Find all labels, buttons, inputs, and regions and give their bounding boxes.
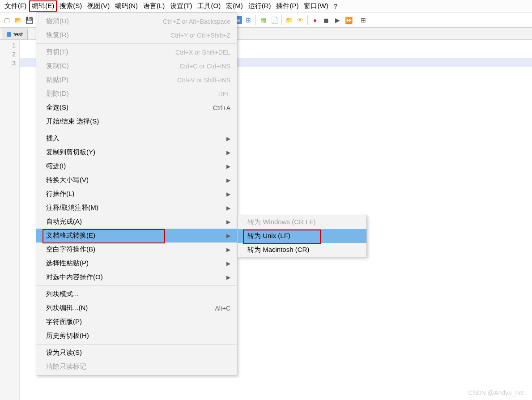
menu-item[interactable]: 开始/结束 选择(S)	[36, 115, 237, 128]
submenu-item-label: 转为 Windows (CR LF)	[247, 218, 316, 226]
menu-item-label: 历史剪切板(H)	[46, 332, 230, 340]
menu-item-accelerator: Alt+C	[215, 305, 230, 312]
menu-item[interactable]: 复制到剪切板(Y)▶	[36, 145, 237, 159]
menu-item-label: 对选中内容操作(O)	[46, 273, 226, 281]
menu-item-label: 转换大小写(V)	[46, 176, 226, 184]
menu-item-label: 列块模式...	[46, 290, 230, 298]
submenu-arrow-icon: ▶	[226, 136, 230, 142]
menu-edit[interactable]: 编辑(E)	[29, 0, 57, 12]
record-macro-icon[interactable]: ●	[310, 15, 320, 25]
line-number: 2	[0, 50, 16, 59]
menu-item-label: 恢复(R)	[46, 31, 170, 39]
macro-save-icon[interactable]: ⊞	[358, 15, 368, 25]
menu-item[interactable]: 历史剪切板(H)	[36, 329, 237, 343]
submenu-arrow-icon: ▶	[226, 247, 230, 253]
submenu-item-label: 转为 Unix (LF)	[247, 232, 290, 240]
folder-icon[interactable]: 📁	[284, 15, 294, 25]
menu-item[interactable]: 列块模式...	[36, 287, 237, 301]
menu-item-label: 剪切(T)	[46, 48, 175, 56]
menu-item[interactable]: 注释/取消注释(M)▶	[36, 201, 237, 215]
play-multi-icon[interactable]: ⏩	[344, 15, 353, 25]
toolbar-separator	[281, 15, 282, 25]
save-icon[interactable]: 💾	[24, 15, 34, 25]
menu-item-label: 全选(S)	[46, 103, 213, 112]
menu-language[interactable]: 语言(L)	[140, 0, 167, 12]
submenu-arrow-icon: ▶	[226, 205, 230, 211]
eol-submenu: 转为 Windows (CR LF)转为 Unix (LF)转为 Macinto…	[237, 215, 367, 257]
play-macro-icon[interactable]: ▶	[332, 15, 342, 25]
submenu-arrow-icon: ▶	[226, 149, 230, 156]
toolbar-separator	[356, 15, 356, 25]
menu-item[interactable]: 空白字符操作(B)▶	[36, 243, 237, 256]
menu-item: 粘贴(P)Ctrl+V or Shift+INS	[36, 73, 237, 87]
menu-help[interactable]: ?	[331, 1, 340, 11]
line-gutter: 1 2 3	[0, 40, 20, 400]
menu-item[interactable]: 全选(S)Ctrl+A	[36, 101, 237, 115]
monitor-icon[interactable]: 👁	[295, 15, 305, 25]
menu-settings[interactable]: 设置(T)	[167, 0, 195, 12]
menu-item[interactable]: 列块编辑...(N)Alt+C	[36, 301, 237, 315]
menu-item[interactable]: 转换大小写(V)▶	[36, 173, 237, 187]
new-file-icon[interactable]: ▢	[2, 15, 12, 25]
menu-search[interactable]: 搜索(S)	[57, 0, 85, 12]
menu-item-label: 缩进(I)	[46, 162, 226, 170]
menu-item-label: 列块编辑...(N)	[46, 304, 215, 312]
menu-item-label: 粘贴(P)	[46, 76, 177, 84]
submenu-arrow-icon: ▶	[226, 260, 230, 267]
menu-item-label: 注释/取消注释(M)	[46, 204, 226, 212]
menu-item-label: 设为只读(S)	[46, 349, 230, 357]
tab-test[interactable]: test	[2, 29, 28, 39]
submenu-arrow-icon: ▶	[226, 233, 230, 239]
line-number: 3	[0, 59, 16, 68]
menu-plugins[interactable]: 插件(P)	[273, 0, 301, 12]
submenu-item-label: 转为 Macintosh (CR)	[247, 246, 309, 254]
menu-item[interactable]: 文档格式转换(E)▶	[36, 229, 237, 243]
menu-item-label: 清除只读标记	[46, 362, 230, 371]
menu-view[interactable]: 视图(V)	[85, 0, 112, 12]
menu-run[interactable]: 运行(R)	[246, 0, 274, 12]
menu-item-label: 空白字符操作(B)	[46, 245, 226, 254]
submenu-arrow-icon: ▶	[226, 177, 230, 183]
menu-item[interactable]: 自动完成(A)▶	[36, 215, 237, 229]
func-list-icon[interactable]: 📄	[269, 15, 279, 25]
toolbar-separator	[255, 15, 256, 25]
submenu-arrow-icon: ▶	[226, 191, 230, 197]
menu-file[interactable]: 文件(F)	[2, 0, 29, 12]
menu-item-label: 复制到剪切板(Y)	[46, 148, 226, 157]
menu-item[interactable]: 选择性粘贴(P)▶	[36, 256, 237, 270]
menu-item-label: 撤消(U)	[46, 17, 163, 26]
submenu-item[interactable]: 转为 Macintosh (CR)	[238, 243, 366, 257]
menu-item: 删除(D)DEL	[36, 87, 237, 101]
menu-item-accelerator: Ctrl+A	[213, 104, 230, 111]
menu-item-accelerator: Ctrl+C or Ctrl+INS	[179, 63, 230, 70]
menu-item[interactable]: 行操作(L)▶	[36, 187, 237, 201]
menu-item[interactable]: 插入▶	[36, 132, 237, 145]
open-file-icon[interactable]: 📂	[13, 15, 23, 25]
doc-map-icon[interactable]: ▦	[258, 15, 268, 25]
menu-item-accelerator: Ctrl+X or Shift+DEL	[175, 49, 230, 56]
menu-window[interactable]: 窗口(W)	[301, 0, 331, 12]
menu-item[interactable]: 缩进(I)▶	[36, 159, 237, 173]
menu-item: 撤消(U)Ctrl+Z or Alt+Backspace	[36, 14, 237, 28]
menu-item: 复制(C)Ctrl+C or Ctrl+INS	[36, 59, 237, 73]
menu-item-label: 字符面版(P)	[46, 318, 230, 326]
submenu-item: 转为 Windows (CR LF)	[238, 215, 366, 229]
menu-item-accelerator: Ctrl+V or Shift+INS	[177, 77, 230, 84]
menu-item: 剪切(T)Ctrl+X or Shift+DEL	[36, 45, 237, 59]
menu-item-label: 删除(D)	[46, 89, 218, 98]
watermark: CSDN @Andya_net	[468, 389, 524, 396]
menu-tools[interactable]: 工具(O)	[195, 0, 223, 12]
menu-encoding[interactable]: 编码(N)	[112, 0, 140, 12]
submenu-item[interactable]: 转为 Unix (LF)	[238, 229, 366, 243]
menu-macro[interactable]: 宏(M)	[223, 0, 246, 12]
menu-item[interactable]: 设为只读(S)	[36, 346, 237, 360]
line-number: 1	[0, 41, 16, 50]
menu-item-label: 文档格式转换(E)	[46, 231, 226, 240]
menu-item-accelerator: Ctrl+Y or Ctrl+Shift+Z	[170, 32, 230, 39]
ruler-icon[interactable]: ⊞	[243, 15, 253, 25]
stop-macro-icon[interactable]: ◼	[321, 15, 331, 25]
submenu-arrow-icon: ▶	[226, 274, 230, 281]
menu-item[interactable]: 对选中内容操作(O)▶	[36, 270, 237, 284]
menu-item[interactable]: 字符面版(P)	[36, 315, 237, 329]
menu-item-label: 选择性粘贴(P)	[46, 259, 226, 268]
